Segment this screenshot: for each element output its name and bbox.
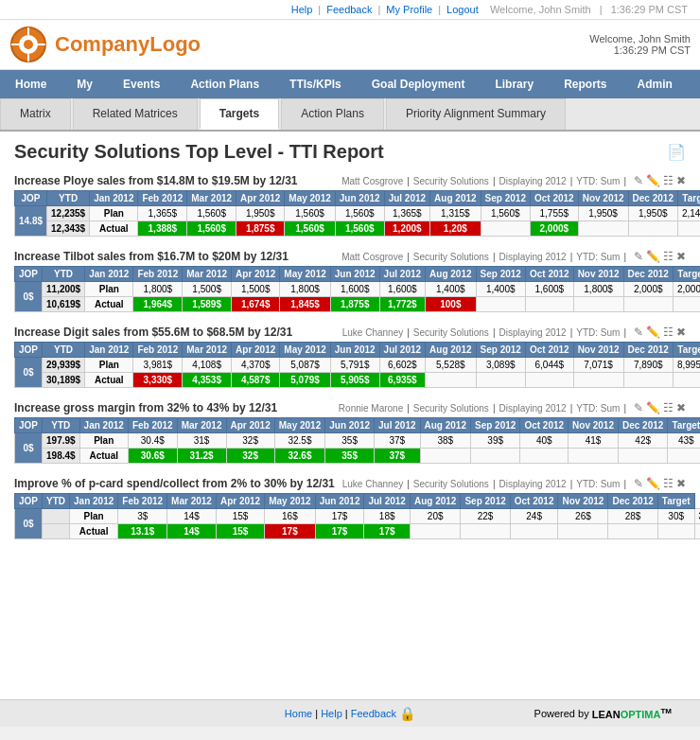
nav-goal-deployment[interactable]: Goal Deployment [357,70,481,98]
section-header-0: Increase Ploye sales from $14.8M to $19.… [14,174,686,187]
logo-text: CompanyLogo [55,32,201,57]
plan-row-0: 14.8$12,235$Plan1,365$1,560$1,950$1,560$… [15,206,701,221]
lock-icon: 🔒 [399,706,415,721]
svg-point-2 [24,40,33,49]
section-1: Increase Tilbot sales from $16.7M to $20… [14,250,686,312]
plan-row-3: 0$197.9$Plan30.4$31$32$32.5$35$37$38$39$… [15,433,701,449]
time-header: 1:36:29 PM CST [589,44,691,56]
section-title-4: Improve % of p-card spend/collect from 2… [14,477,335,490]
tab-matrix[interactable]: Matrix [0,98,71,130]
nav-my[interactable]: My [61,70,108,98]
pdf-icon[interactable]: 📄 [667,143,686,161]
nav-events[interactable]: Events [108,70,175,98]
section-4: Improve % of p-card spend/collect from 2… [14,477,686,539]
logo: CompanyLogo [9,26,201,63]
logout-link[interactable]: Logout [446,4,479,15]
table-2: JOPYTDJan 2012Feb 2012Mar 2012Apr 2012Ma… [14,342,700,388]
plan-row-4: 0$Plan3$14$15$16$17$18$20$22$24$26$28$30… [15,509,701,524]
header: CompanyLogo Welcome, John Smith 1:36:29 … [0,20,700,70]
tab-related-matrices[interactable]: Related Matrices [73,98,198,130]
section-title-3: Increase gross margin from 32% to 43% by… [14,401,277,414]
actual-row-2: 30,189$Actual3,330$4,353$4,587$5,079$5,9… [15,373,701,388]
section-0: Increase Ploye sales from $14.8M to $19.… [14,174,686,237]
section-meta-4: Luke Channey | Security Solutions | Disp… [342,477,686,490]
help-link[interactable]: Help [291,4,313,15]
myprofile-link[interactable]: My Profile [386,4,432,15]
nav-library[interactable]: Library [480,70,549,98]
plan-row-2: 0$29,939$Plan3,981$4,108$4,370$5,087$5,7… [15,358,701,373]
section-3: Increase gross margin from 32% to 43% by… [14,401,686,464]
footer-brand: Powered by LEANOPTIMATM [534,707,672,720]
actual-row-3: 198.4$Actual30.6$31.2$32$32.6$35$37$ [15,449,701,464]
footer-wrap: Home | Help | Feedback 🔒 Powered by LEAN… [14,706,686,721]
section-title-0: Increase Ploye sales from $14.8M to $19.… [14,174,298,187]
section-header-2: Increase Digit sales from $55.6M to $68.… [14,326,686,339]
welcome-header: Welcome, John Smith [589,33,691,44]
nav-reports[interactable]: Reports [549,70,621,98]
actual-row-4: Actual13.1$14$15$17$17$17$ [15,524,701,539]
section-header-4: Improve % of p-card spend/collect from 2… [14,477,686,490]
main-nav: Home My Events Action Plans TTIs/KPIs Go… [0,70,700,98]
section-title-2: Increase Digit sales from $55.6M to $68.… [14,326,292,339]
main-content: Security Solutions Top Level - TTI Repor… [0,132,700,699]
nav-ttis[interactable]: TTIs/KPIs [274,70,357,98]
table-3: JOPYTDJan 2012Feb 2012Mar 2012Apr 2012Ma… [14,417,700,464]
footer-feedback[interactable]: Feedback [351,708,396,719]
section-2: Increase Digit sales from $55.6M to $68.… [14,326,686,388]
welcome-text: Welcome, John Smith [490,4,591,15]
nav-home[interactable]: Home [0,70,61,98]
sections-container: Increase Ploye sales from $14.8M to $19.… [14,174,686,539]
time-text: 1:36:29 PM CST [611,4,688,15]
footer-help[interactable]: Help [321,708,342,719]
tab-action-plans[interactable]: Action Plans [281,98,384,130]
top-bar: Help | Feedback | My Profile | Logout We… [0,0,700,20]
footer: Home | Help | Feedback 🔒 Powered by LEAN… [0,699,700,727]
nav-admin[interactable]: Admin [621,70,687,98]
section-meta-0: Matt Cosgrove | Security Solutions | Dis… [341,174,686,187]
section-header-1: Increase Tilbot sales from $16.7M to $20… [14,250,686,263]
table-4: JOPYTDJan 2012Feb 2012Mar 2012Apr 2012Ma… [14,493,700,539]
actual-row-0: 12,343$Actual1,388$1,560$1,875$1,560$1,5… [15,221,701,237]
table-0: JOPYTDJan 2012Feb 2012Mar 2012Apr 2012Ma… [14,190,700,237]
section-meta-2: Luke Channey | Security Solutions | Disp… [342,326,686,339]
tab-targets[interactable]: Targets [200,98,279,130]
logo-icon [9,26,47,63]
feedback-link[interactable]: Feedback [326,4,372,15]
nav-action-plans[interactable]: Action Plans [175,70,274,98]
section-meta-3: Ronnie Marone | Security Solutions | Dis… [339,401,686,414]
section-title-1: Increase Tilbot sales from $16.7M to $20… [14,250,289,263]
table-1: JOPYTDJan 2012Feb 2012Mar 2012Apr 2012Ma… [14,266,700,312]
footer-home[interactable]: Home [285,708,312,719]
section-header-3: Increase gross margin from 32% to 43% by… [14,401,686,414]
tab-priority-alignment[interactable]: Priority Alignment Summary [386,98,566,130]
actual-row-1: 10,619$Actual1,964$1,589$1,674$1,845$1,8… [15,297,701,312]
plan-row-1: 0$11,200$Plan1,800$1,500$1,500$1,800$1,6… [15,282,701,297]
tab-bar: Matrix Related Matrices Targets Action P… [0,98,700,132]
section-meta-1: Matt Cosgrove | Security Solutions | Dis… [341,250,686,263]
page-title: Security Solutions Top Level - TTI Repor… [14,141,686,163]
header-info: Welcome, John Smith 1:36:29 PM CST [589,33,691,56]
